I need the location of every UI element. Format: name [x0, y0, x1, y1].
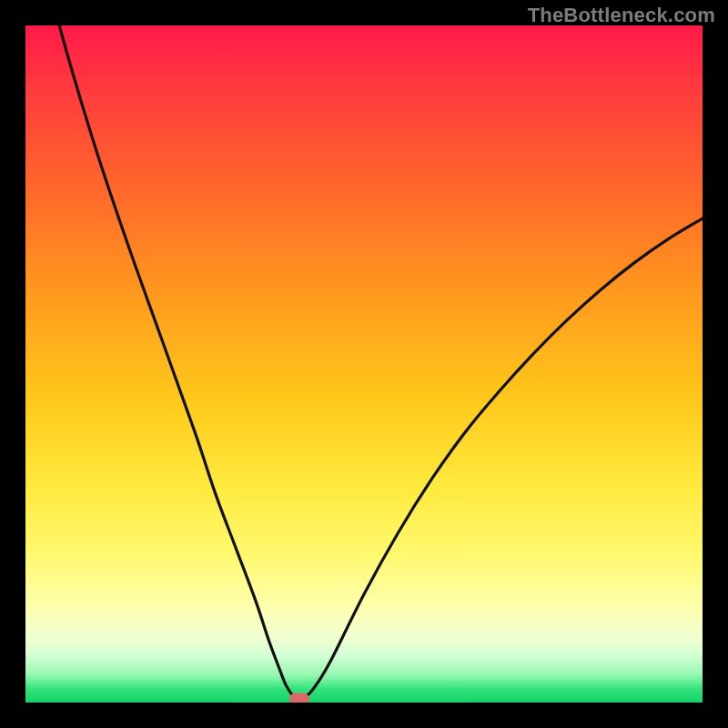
bottleneck-curve [25, 25, 703, 703]
watermark-text: TheBottleneck.com [528, 4, 715, 27]
plot-area [25, 25, 703, 703]
optimal-point-marker [289, 693, 309, 703]
chart-frame: TheBottleneck.com [0, 0, 728, 728]
